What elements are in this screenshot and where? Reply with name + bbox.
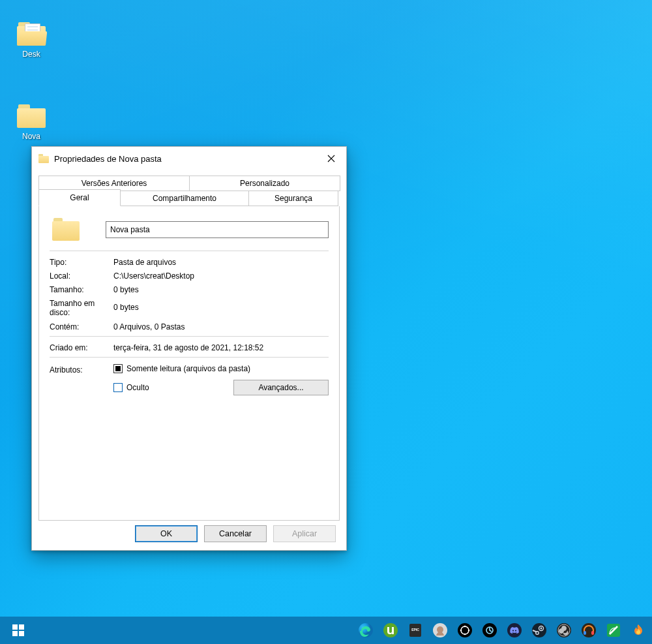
divider — [50, 251, 329, 251]
taskbar-app-headphones[interactable] — [578, 619, 600, 641]
properties-dialog: Propriedades de Nova pasta Versões Anter… — [31, 146, 347, 551]
svg-point-11 — [468, 630, 470, 632]
taskbar-app-discord[interactable] — [503, 619, 526, 641]
folder-icon — [38, 154, 49, 163]
checkbox-readonly[interactable] — [113, 364, 123, 373]
label-local: Local: — [50, 271, 113, 281]
taskbar-app-orange[interactable] — [627, 619, 649, 641]
start-button[interactable] — [3, 617, 34, 644]
svg-point-16 — [515, 630, 516, 631]
folder-name-input[interactable] — [106, 221, 329, 238]
advanced-button[interactable]: Avançados... — [233, 380, 329, 395]
desktop-icon-label: Nova — [7, 132, 56, 141]
value-contem: 0 Arquivos, 0 Pastas — [113, 322, 329, 331]
taskbar-items: EPIC — [355, 619, 652, 641]
headphones-icon — [581, 622, 597, 638]
svg-point-1 — [383, 623, 398, 637]
svg-point-15 — [512, 630, 514, 631]
tab-personalizado[interactable]: Personalizado — [189, 176, 340, 191]
desktop-icon-label: Desk — [7, 50, 56, 59]
label-tamanho: Tamanho: — [50, 285, 113, 294]
value-tipo: Pasta de arquivos — [113, 258, 329, 267]
desktop-icon-nova[interactable]: Nova — [7, 103, 56, 141]
label-readonly: Somente leitura (arquivos da pasta) — [126, 364, 250, 373]
label-tipo: Tipo: — [50, 258, 113, 267]
desktop-icon-desk[interactable]: Desk — [7, 21, 56, 59]
taskbar-app-generic-3[interactable] — [479, 619, 501, 641]
dialog-title: Propriedades de Nova pasta — [54, 154, 162, 164]
checkbox-hidden[interactable] — [113, 383, 123, 392]
label-criado-em: Criado em: — [50, 343, 113, 352]
epic-icon: EPIC — [408, 622, 423, 638]
svg-point-10 — [460, 630, 462, 632]
apply-button: Aplicar — [273, 525, 336, 542]
windows-logo-icon — [12, 624, 24, 636]
app-icon — [482, 622, 497, 638]
app-icon — [630, 622, 646, 638]
taskbar-app-edge[interactable] — [355, 619, 377, 641]
edge-icon — [358, 622, 374, 638]
folder-icon — [52, 218, 80, 241]
folder-icon — [16, 21, 47, 47]
svg-text:EPIC: EPIC — [411, 628, 419, 632]
tab-seguranca[interactable]: Segurança — [248, 191, 338, 206]
app-icon — [432, 622, 448, 638]
dialog-button-row: OK Cancelar Aplicar — [32, 525, 346, 542]
taskbar-app-epic[interactable]: EPIC — [404, 619, 426, 641]
svg-point-8 — [464, 626, 466, 628]
svg-point-6 — [458, 623, 472, 637]
value-local: C:\Users\creat\Desktop — [113, 271, 329, 281]
divider — [50, 357, 329, 358]
value-tamanho: 0 bytes — [113, 285, 329, 294]
taskbar-app-generic-2[interactable] — [454, 619, 476, 641]
label-tamanho-disco: Tamanho em disco: — [50, 299, 113, 318]
taskbar-app-generic-1[interactable] — [429, 619, 451, 641]
label-contem: Contém: — [50, 322, 113, 331]
close-button[interactable] — [316, 147, 346, 170]
tab-compartilhamento[interactable]: Compartilhamento — [120, 191, 249, 206]
titlebar[interactable]: Propriedades de Nova pasta — [32, 147, 346, 170]
divider — [50, 336, 329, 337]
label-hidden: Oculto — [126, 383, 149, 392]
svg-rect-24 — [584, 631, 586, 635]
tab-page-geral: Tipo:Pasta de arquivos Local:C:\Users\cr… — [38, 206, 340, 521]
close-icon — [327, 155, 335, 162]
app-icon — [606, 622, 621, 638]
taskbar-app-steam[interactable] — [528, 619, 550, 641]
tab-geral[interactable]: Geral — [38, 189, 121, 206]
taskbar-app-green[interactable] — [602, 619, 625, 641]
taskbar: EPIC — [0, 617, 652, 644]
cancel-button[interactable]: Cancelar — [204, 525, 267, 542]
taskbar-app-utorrent[interactable] — [379, 619, 402, 641]
taskbar-app-obs[interactable] — [553, 619, 575, 641]
discord-icon — [507, 622, 522, 638]
ok-button[interactable]: OK — [135, 525, 198, 542]
label-atributos: Atributos: — [50, 364, 113, 375]
svg-rect-25 — [591, 631, 594, 635]
steam-icon — [531, 622, 547, 638]
svg-point-9 — [464, 634, 466, 636]
obs-icon — [556, 622, 572, 638]
value-tamanho-disco: 0 bytes — [113, 299, 329, 318]
utorrent-icon — [383, 622, 398, 638]
tab-area: Versões Anteriores Personalizado Geral C… — [38, 176, 340, 521]
desktop[interactable]: Desk Nova Propriedades de Nova pasta Ver… — [0, 0, 652, 644]
value-criado-em: terça-feira, 31 de agosto de 2021, 12:18… — [113, 343, 329, 352]
app-icon — [457, 622, 473, 638]
folder-icon — [16, 103, 47, 129]
svg-point-19 — [541, 628, 542, 630]
